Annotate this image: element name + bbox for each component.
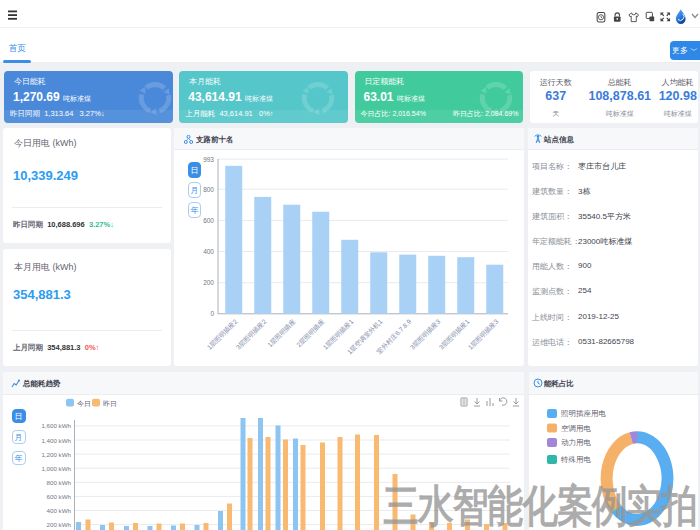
svg-text:特殊用电: 特殊用电: [560, 455, 592, 464]
svg-text:照明插座用电: 照明插座用电: [561, 409, 607, 418]
svg-text:200: 200: [203, 279, 214, 286]
svg-text:1,400 kWh: 1,400 kWh: [41, 437, 71, 444]
svg-text:昨日: 昨日: [103, 400, 117, 408]
svg-text:1,000 kWh: 1,000 kWh: [41, 465, 71, 472]
svg-text:400 kWh: 400 kWh: [47, 507, 72, 514]
svg-text:400: 400: [203, 248, 214, 255]
svg-text:3层照明插座2: 3层照明插座2: [234, 317, 268, 351]
svg-text:1层照明插座3: 1层照明插座3: [466, 317, 500, 351]
svg-text:0: 0: [210, 310, 214, 317]
svg-text:600: 600: [203, 217, 214, 224]
svg-text:600 kWh: 600 kWh: [47, 493, 72, 500]
svg-text:1,600 kWh: 1,600 kWh: [41, 422, 71, 429]
svg-text:今日: 今日: [77, 400, 91, 408]
svg-text:200 kWh: 200 kWh: [47, 521, 72, 528]
svg-text:动力用电: 动力用电: [561, 438, 592, 447]
svg-text:1,200 kWh: 1,200 kWh: [41, 451, 71, 458]
svg-text:800 kWh: 800 kWh: [47, 479, 72, 486]
svg-text:1层照明插座: 1层照明插座: [266, 317, 298, 349]
svg-text:空调用电: 空调用电: [561, 424, 592, 433]
svg-text:993: 993: [203, 156, 214, 163]
svg-text:800: 800: [203, 186, 214, 193]
